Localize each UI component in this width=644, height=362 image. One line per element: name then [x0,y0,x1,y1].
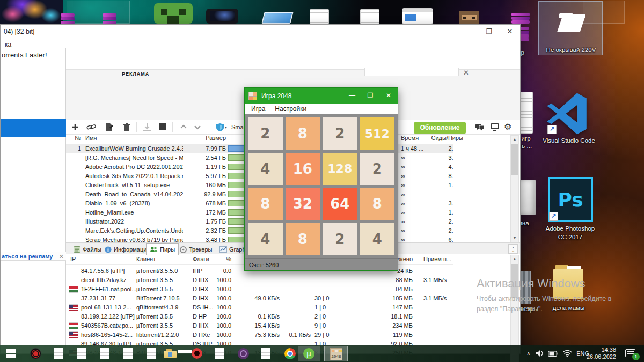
document-icon[interactable] [77,348,86,359]
peer-row[interactable]: 1F2EFF61.nat.pool...µTorrent 3.5.5D IHX1… [66,285,453,294]
document-icon[interactable] [147,348,156,359]
shield-dropdown-chevron[interactable]: ▾ [225,125,227,130]
tab-files[interactable]: Файлы [70,244,105,255]
rar-archive-icon[interactable] [511,13,530,24]
create-torrent-icon[interactable] [104,123,114,131]
move-up-icon[interactable] [179,123,188,131]
add-torrent-icon[interactable] [70,123,80,131]
tab-peers[interactable]: Пиры [146,243,179,255]
game-2048-taskbar-slot[interactable]: 2048 [324,346,348,361]
close-button[interactable]: ✕ [379,88,398,104]
col-percent[interactable]: % [199,256,231,262]
close-button[interactable]: ✕ [501,25,519,39]
tab-trackers[interactable]: Трекеры [177,244,215,255]
screen-recorder-icon[interactable] [30,348,41,359]
col-name[interactable]: Имя [85,135,183,141]
game-board[interactable]: 28251241612828326484824 [245,114,398,258]
peer-row[interactable]: 83.199.12.122 [uTP]µTorrent 3.5.5D HP100… [66,312,453,321]
col-size[interactable]: Размер [172,135,226,141]
maximize-button[interactable]: ❐ [480,25,498,39]
add-link-icon[interactable] [86,123,96,131]
update-button[interactable]: Обновление [414,122,466,134]
col-client[interactable]: Клиент [136,256,156,262]
tab-info[interactable]: Информация [101,244,153,255]
menu-settings[interactable]: Настройки [275,105,306,113]
minimize-button[interactable]: — [343,88,361,104]
utorrent-titlebar[interactable]: 04) [32-bit] — ❐ ✕ [1,25,520,39]
download-icon[interactable] [142,123,152,131]
menubar-fragment[interactable]: ка [5,41,11,48]
col-seeds-peers[interactable]: Сиды/Пиры [404,135,463,141]
peer-row[interactable]: pool-68-131-13-2...qBittorrent/4.3.9DS I… [66,303,453,312]
stop-icon[interactable] [157,123,167,131]
chrome-icon[interactable] [284,348,296,359]
game-tile[interactable]: 32 [286,188,320,220]
game-tile[interactable]: 8 [248,188,283,220]
col-ip[interactable]: IP [70,256,76,262]
move-down-icon[interactable] [193,123,202,131]
tor-browser-icon[interactable] [238,348,249,359]
settings-gear-icon[interactable]: ⚙ [504,122,511,132]
scroll-thumb[interactable] [511,144,518,175]
rar-archive-icon[interactable] [103,13,116,24]
torrent-scrollbar[interactable]: ▴ ▾ [510,135,519,242]
game-tile[interactable]: 4 [248,153,283,186]
peer-row[interactable]: 5403567B.catv.po...µTorrent 3.5.5D IHX10… [66,321,453,330]
game-art-icon[interactable] [0,0,63,24]
minimize-button[interactable]: — [459,25,477,39]
report-ad-link[interactable]: аться на рекламу [2,253,53,260]
photoshop-icon[interactable]: Ps ↗ [548,177,593,222]
vscode-icon[interactable]: ↗ [541,92,592,135]
game-tile[interactable]: 8 [286,117,320,150]
clock[interactable]: 14:38 26.06.2022 [587,346,616,360]
minecraft-head-icon[interactable] [459,11,479,24]
battery-icon[interactable] [548,351,558,357]
document-icon[interactable] [100,348,109,359]
game-tile[interactable]: 2 [323,117,357,150]
antivirus-shield-icon[interactable] [215,123,225,131]
opera-icon[interactable] [192,348,202,359]
desktop-icon-folder-220[interactable]: Не окрывай 220V [538,1,603,55]
explorer-window-icon[interactable] [402,9,433,24]
chat-icon[interactable] [475,123,485,131]
game-tile[interactable]: 4 [360,223,395,256]
game-titlebar[interactable]: Игра 2048 — ❐ ✕ [245,88,398,104]
document-icon[interactable] [123,348,133,359]
wifi-icon[interactable] [562,350,572,357]
game-tile[interactable]: 8 [286,223,320,256]
menu-game[interactable]: Игра [251,105,265,113]
toggle-detail-button[interactable]: ⌄⌄ [508,244,518,254]
display-app-icon[interactable] [261,12,293,24]
peer-row[interactable]: 37.231.31.77BitTorrent 7.10.5D IHX100.04… [66,294,453,303]
close-icon[interactable]: ✕ [59,253,64,260]
col-recv[interactable]: Приём п... [423,256,456,262]
game-tile[interactable]: 64 [323,188,357,220]
peer-row[interactable]: client.fttb.2day.kzµTorrent 3.5.5D IHX10… [66,276,453,285]
document-icon[interactable] [54,348,63,359]
tray-chevron-icon[interactable]: ∧ [526,351,530,356]
game-tile[interactable]: 2 [323,223,357,256]
game-tile[interactable]: 2 [360,153,395,186]
scroll-up-icon[interactable]: ▴ [511,255,518,263]
game-tile[interactable]: 512 [360,117,395,150]
text-document-icon[interactable] [361,10,379,24]
document-icon[interactable] [261,348,270,359]
game-tile[interactable]: 8 [360,188,395,220]
game-tile[interactable]: 4 [248,223,283,256]
col-number[interactable]: № [66,135,81,141]
ad-close-icon[interactable]: ✕ [463,69,469,77]
game-tile[interactable]: 2 [248,117,283,150]
game-tile[interactable]: 128 [323,153,357,186]
remote-device-icon[interactable] [490,123,500,131]
remove-torrent-icon[interactable] [122,123,131,131]
folder-icon[interactable] [164,349,177,359]
peer-row[interactable]: host86-165-145-2...libtorrent/1.2.2.0D H… [66,330,453,339]
speaker-icon[interactable] [536,350,544,357]
game-tile[interactable]: 16 [286,153,320,186]
phone-app-icon[interactable] [206,9,238,24]
sidebar-selected-item[interactable] [1,119,66,137]
creeper-app-icon[interactable] [154,3,193,24]
rar-archive-icon[interactable] [61,13,75,24]
text-document-icon[interactable] [310,10,328,24]
maximize-button[interactable]: ❐ [361,88,379,104]
